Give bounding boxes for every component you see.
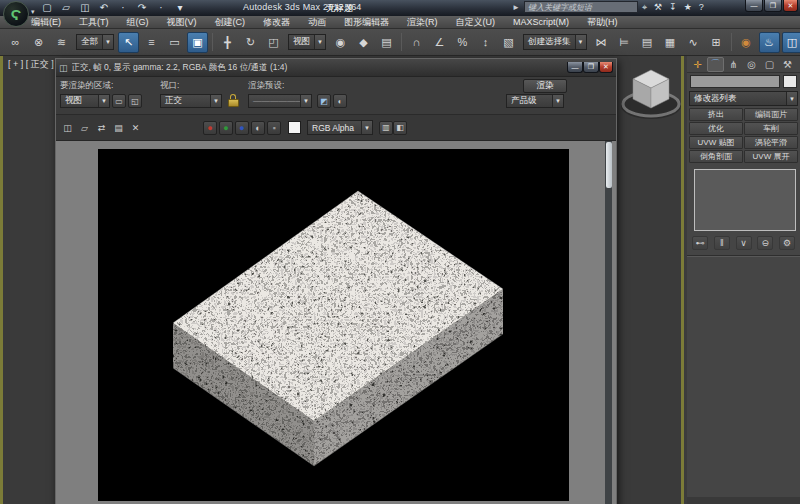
- make-unique-icon[interactable]: ∨: [736, 236, 752, 250]
- compare-swatch-icon[interactable]: ◧: [393, 121, 407, 135]
- undo-button[interactable]: ↶: [97, 1, 111, 14]
- select-and-link-icon[interactable]: ∞: [5, 32, 26, 53]
- selection-region-icon[interactable]: ▭: [164, 32, 185, 53]
- mirror-icon[interactable]: ⋈: [591, 32, 612, 53]
- infocenter-arrow-icon[interactable]: ►: [512, 3, 520, 12]
- modifier-button[interactable]: 编辑面片: [744, 108, 798, 121]
- menu-item[interactable]: 组(G): [118, 16, 158, 29]
- menu-item[interactable]: 视图(V): [158, 16, 206, 29]
- configure-modifier-sets-icon[interactable]: ⚙: [779, 236, 795, 250]
- menu-item[interactable]: 帮助(H): [578, 16, 627, 29]
- reference-coordinate-combo[interactable]: 视图 ▼: [288, 34, 326, 50]
- select-and-scale-icon[interactable]: ◰: [263, 32, 284, 53]
- modifier-button[interactable]: 倒角剖面: [689, 150, 743, 163]
- modifier-button[interactable]: UVW 贴图: [689, 136, 743, 149]
- redo-dropdown[interactable]: ·: [154, 1, 168, 14]
- menu-item[interactable]: 工具(T): [70, 16, 118, 29]
- open-file-button[interactable]: ▱: [59, 1, 73, 14]
- menu-item[interactable]: 渲染(R): [398, 16, 447, 29]
- viewport-combo[interactable]: 正交 ▼: [160, 94, 222, 108]
- angle-snap-icon[interactable]: ∠: [429, 32, 450, 53]
- named-selection-sets-combo[interactable]: 创建选择集 ▼: [523, 34, 587, 50]
- menu-item[interactable]: 图形编辑器: [335, 16, 398, 29]
- environment-dialog-icon[interactable]: ◐: [333, 94, 347, 108]
- keyboard-override-icon[interactable]: ▤: [376, 32, 397, 53]
- material-editor-icon[interactable]: ◉: [736, 32, 757, 53]
- viewcube[interactable]: [615, 58, 687, 134]
- communication-icon[interactable]: ↧: [669, 2, 677, 13]
- pin-stack-icon[interactable]: ⊷: [692, 236, 708, 250]
- use-pivot-center-icon[interactable]: ◉: [330, 32, 351, 53]
- percent-snap-icon[interactable]: %: [452, 32, 473, 53]
- redo-button[interactable]: ↷: [135, 1, 149, 14]
- red-channel-icon[interactable]: ●: [203, 121, 217, 135]
- monochrome-icon[interactable]: ▪: [267, 121, 281, 135]
- channel-swap-icon[interactable]: ⇄: [94, 120, 109, 136]
- viewport-label[interactable]: [ + ] [ 正交 ] [: [8, 58, 59, 71]
- object-color-swatch[interactable]: [783, 75, 797, 88]
- render-setup-dialog-icon[interactable]: ◩: [317, 94, 331, 108]
- alpha-channel-icon[interactable]: ◐: [251, 121, 265, 135]
- blue-channel-icon[interactable]: ●: [235, 121, 249, 135]
- modifier-stack-list[interactable]: [694, 169, 796, 231]
- clear-color-swatch[interactable]: [288, 121, 301, 134]
- select-and-move-icon[interactable]: ╋: [217, 32, 238, 53]
- app-menu-arrow-icon[interactable]: ▾: [31, 8, 35, 16]
- modifier-button[interactable]: UVW 展开: [744, 150, 798, 163]
- snap-toggle-3d-icon[interactable]: ∩: [406, 32, 427, 53]
- rfw-maximize-button[interactable]: ❒: [583, 62, 599, 73]
- search-icon[interactable]: ⌖: [642, 2, 647, 13]
- select-by-name-icon[interactable]: ≡: [141, 32, 162, 53]
- menu-item[interactable]: MAXScript(M): [504, 17, 578, 27]
- render-canvas[interactable]: [98, 149, 569, 501]
- selection-filter-combo[interactable]: 全部 ▼: [76, 34, 114, 50]
- area-to-render-combo[interactable]: 视图 ▼: [60, 94, 110, 108]
- modifier-button[interactable]: 车削: [744, 122, 798, 135]
- edit-region-icon[interactable]: ▭: [112, 94, 126, 108]
- menu-item[interactable]: 创建(C): [206, 16, 255, 29]
- maximize-button[interactable]: ❒: [764, 0, 782, 12]
- undo-dropdown[interactable]: ·: [116, 1, 130, 14]
- select-and-manipulate-icon[interactable]: ◆: [353, 32, 374, 53]
- tab-create[interactable]: ✛: [689, 57, 706, 72]
- auto-region-icon[interactable]: ◱: [128, 94, 142, 108]
- render-button[interactable]: 渲染: [523, 79, 567, 93]
- bind-to-space-warp-icon[interactable]: ≋: [51, 32, 72, 53]
- subscription-icon[interactable]: ⚒: [654, 2, 662, 13]
- tab-utilities[interactable]: ⚒: [779, 57, 796, 72]
- help-icon[interactable]: ?: [699, 2, 704, 13]
- clear-image-icon[interactable]: ✕: [128, 120, 143, 136]
- channel-display-combo[interactable]: RGB Alpha ▼: [307, 120, 373, 135]
- align-icon[interactable]: ⊨: [614, 32, 635, 53]
- object-name-field[interactable]: [690, 75, 780, 88]
- rendered-frame-window-icon[interactable]: ◫: [782, 32, 800, 53]
- unlink-selection-icon[interactable]: ⊗: [28, 32, 49, 53]
- render-setup-icon[interactable]: ♨: [759, 32, 780, 53]
- close-button[interactable]: ✕: [783, 0, 798, 12]
- schematic-view-icon[interactable]: ⊞: [706, 32, 727, 53]
- minimize-button[interactable]: —: [745, 0, 763, 12]
- tab-display[interactable]: ▢: [761, 57, 778, 72]
- rfw-minimize-button[interactable]: —: [567, 62, 583, 73]
- clone-window-icon[interactable]: ▱: [77, 120, 92, 136]
- tab-hierarchy[interactable]: ⋔: [725, 57, 742, 72]
- show-end-result-icon[interactable]: ‖: [714, 236, 730, 250]
- render-preset-combo[interactable]: ————————— ▼: [248, 94, 312, 108]
- search-input[interactable]: [524, 1, 638, 13]
- rfw-title-bar[interactable]: ◫ 正交, 帧 0, 显示 gamma: 2.2, RGBA 颜色 16 位/通…: [56, 59, 616, 77]
- menu-item[interactable]: 编辑(E): [22, 16, 70, 29]
- select-object-icon[interactable]: ↖: [118, 32, 139, 53]
- lock-viewport-icon[interactable]: [227, 94, 240, 108]
- green-channel-icon[interactable]: ●: [219, 121, 233, 135]
- menu-item[interactable]: 修改器: [254, 16, 299, 29]
- print-image-icon[interactable]: ▤: [111, 120, 126, 136]
- spinner-snap-icon[interactable]: ↕: [475, 32, 496, 53]
- save-image-icon[interactable]: ◫: [60, 120, 75, 136]
- curve-editor-icon[interactable]: ∿: [683, 32, 704, 53]
- app-logo-icon[interactable]: Ϛ: [3, 1, 29, 27]
- menu-item[interactable]: 动画: [299, 16, 335, 29]
- render-quality-combo[interactable]: 产品级 ▼: [506, 94, 564, 108]
- modifier-list-combo[interactable]: 修改器列表 ▼: [689, 91, 798, 106]
- vertical-scrollbar[interactable]: [605, 141, 612, 504]
- remove-modifier-icon[interactable]: ⊖: [757, 236, 773, 250]
